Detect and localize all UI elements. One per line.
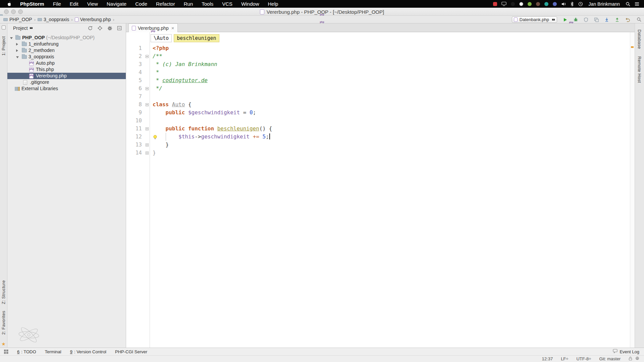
tool-button-database[interactable]: Database — [637, 29, 642, 49]
editor-scrollbar[interactable] — [630, 32, 635, 348]
code-text: * — [150, 68, 159, 76]
inspection-profile-icon[interactable] — [635, 356, 639, 361]
search-everywhere-icon[interactable] — [637, 17, 641, 23]
code-text: $this->geschwindigkeit += 5; — [150, 133, 270, 141]
line-number: 14 — [126, 149, 144, 157]
menu-list-icon[interactable] — [635, 2, 639, 6]
line-number: 13 — [126, 141, 144, 149]
code-line: 11 public function beschleunigen() { — [126, 125, 630, 133]
code-line: 8class Auto { — [126, 101, 630, 109]
tool-button-event-log[interactable]: Event Log — [620, 349, 639, 354]
breadcrumb-vererbung-php[interactable]: Vererbung.php — [75, 17, 111, 22]
tool-button-project[interactable]: 1: Project — [1, 36, 6, 56]
tree-item-3-ooppraxis[interactable]: 3_ooppraxis — [7, 54, 126, 60]
lib-icon — [15, 87, 20, 91]
chevron-down-icon — [552, 19, 555, 20]
tree-item-external-libraries[interactable]: External Libraries — [7, 85, 126, 92]
app-status-icon-5[interactable] — [544, 2, 548, 6]
code-line: 13 } — [126, 141, 630, 149]
tool-button-9-version-control[interactable]: 9: Version Control — [70, 349, 106, 354]
apple-icon[interactable] — [7, 1, 11, 6]
menu-refactor[interactable]: Refactor — [156, 1, 175, 7]
tool-button-6-todo[interactable]: 6: TODO — [17, 349, 36, 354]
display-status-icon[interactable] — [501, 2, 506, 6]
encoding-widget[interactable]: UTF-8÷ — [576, 356, 591, 361]
fold-marker-icon[interactable] — [144, 103, 150, 106]
menu-file[interactable]: File — [53, 1, 61, 7]
expand-arrow-icon[interactable] — [16, 56, 19, 58]
folder-icon — [22, 49, 27, 52]
tool-window-bar: 6: TODOTerminal9: Version ControlPHP-CGI… — [0, 348, 644, 355]
line-separator-widget[interactable]: LF÷ — [561, 356, 568, 361]
tool-switcher-icon[interactable] — [4, 350, 8, 354]
line-number: 5 — [126, 76, 144, 84]
tree-item-auto-php[interactable]: Auto.php — [7, 60, 126, 66]
run-configuration-select[interactable]: Datenbank.php — [512, 16, 557, 23]
git-branch-widget[interactable]: Git: master — [599, 356, 621, 361]
menu-navigate[interactable]: Navigate — [107, 1, 126, 7]
menu-edit[interactable]: Edit — [70, 1, 78, 7]
fold-marker-icon[interactable] — [144, 127, 150, 130]
context-auto[interactable]: \Auto — [151, 34, 172, 42]
refresh-icon[interactable] — [87, 25, 93, 31]
tool-button-remote-host[interactable]: Remote Host — [637, 56, 642, 83]
screen-record-icon[interactable] — [493, 2, 497, 6]
tool-button-z-structure[interactable]: Z: Structure — [1, 280, 6, 304]
indent-guide-line — [166, 133, 166, 141]
tool-window-icon — [2, 25, 6, 29]
app-status-icon-6[interactable] — [553, 2, 557, 6]
app-status-icon-4[interactable] — [536, 2, 540, 6]
menu-window[interactable]: Window — [241, 1, 259, 7]
expand-arrow-icon[interactable] — [16, 43, 18, 46]
user-menu[interactable]: Jan Brinkmann — [587, 1, 621, 7]
tree-item-label: 1_einfuehrung — [29, 41, 59, 47]
menu-view[interactable]: View — [87, 1, 98, 7]
menu-tools[interactable]: Tools — [202, 1, 213, 7]
expand-arrow-icon[interactable] — [16, 49, 18, 52]
expand-arrow-icon[interactable] — [10, 37, 13, 39]
gutter: 12 — [126, 133, 150, 141]
tree-item-vererbung-php[interactable]: Vererbung.php — [7, 73, 126, 79]
app-status-icon-2[interactable] — [519, 2, 523, 6]
folder-icon — [22, 55, 27, 59]
caret-position-widget[interactable]: 12:37 — [542, 356, 553, 361]
lock-icon[interactable] — [629, 356, 632, 362]
locate-icon[interactable] — [97, 25, 103, 31]
context-beschleunigen[interactable]: beschleunigen — [174, 34, 219, 42]
menu-run[interactable]: Run — [184, 1, 193, 7]
collapse-all-icon[interactable] — [116, 25, 122, 31]
tree-item-php-oop[interactable]: PHP_OOP (~/Desktop/PHP_OOP) — [7, 35, 126, 41]
tree-item-2-methoden[interactable]: 2_methoden — [7, 47, 126, 54]
tool-button-terminal[interactable]: Terminal — [45, 349, 61, 354]
fold-marker-icon[interactable] — [144, 152, 150, 155]
app-status-icon-1[interactable] — [511, 2, 515, 6]
code-line: 14} — [126, 149, 630, 157]
spotlight-icon[interactable] — [626, 2, 630, 6]
menu-code[interactable]: Code — [135, 1, 147, 7]
tab-vererbung-php[interactable]: Vererbung.php × — [128, 23, 178, 32]
tree-item-this-php[interactable]: This.php — [7, 66, 126, 73]
warning-stripe-mark[interactable] — [631, 46, 634, 48]
tree-item-1-einfuehrung[interactable]: 1_einfuehrung — [7, 41, 126, 47]
tree-item-gitignore[interactable]: .gitignore — [7, 79, 126, 85]
menu-vcs[interactable]: VCS — [222, 1, 232, 7]
volume-icon[interactable] — [561, 2, 566, 6]
code-editor[interactable]: Vererbung.php × \Autobeschleunigen 1<?ph… — [126, 23, 635, 348]
code-text: } — [150, 141, 169, 149]
tool-button-php-cgi-server[interactable]: PHP-CGI Server — [115, 349, 147, 354]
clock-icon[interactable] — [578, 2, 583, 6]
settings-gear-icon[interactable] — [107, 25, 113, 31]
fold-marker-icon[interactable] — [144, 55, 150, 58]
menu-phpstorm[interactable]: PhpStorm — [20, 1, 44, 7]
tree-item-label: Auto.php — [36, 60, 55, 66]
fold-marker-icon[interactable] — [144, 143, 150, 146]
tool-button-2-favorites[interactable]: 2: Favorites — [1, 311, 6, 335]
menu-help[interactable]: Help — [268, 1, 278, 7]
bluetooth-icon[interactable] — [570, 2, 574, 6]
code-line: 4 * — [126, 68, 630, 76]
event-log-icon — [613, 349, 618, 354]
app-status-icon-3[interactable] — [528, 2, 532, 6]
fold-marker-icon[interactable] — [144, 87, 150, 90]
line-number: 2 — [126, 52, 144, 60]
editor-context-bar: \Autobeschleunigen — [151, 34, 219, 42]
